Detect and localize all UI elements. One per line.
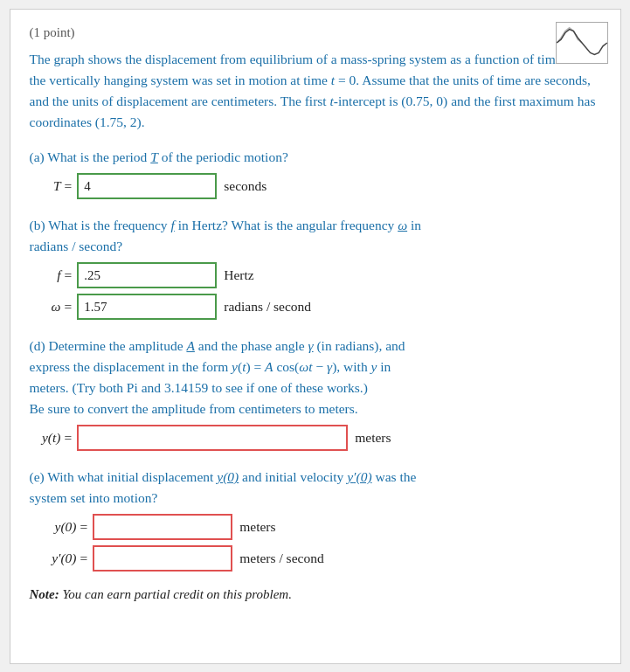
partial-credit-note: Note: You can earn partial credit on thi… [30, 587, 601, 602]
problem-card: (1 point) The graph shows the displaceme… [10, 9, 621, 664]
section-b-equals-f: = [65, 267, 73, 283]
section-e-var-yprime0: y′(0) [30, 551, 77, 566]
problem-description: The graph shows the displacement from eq… [30, 49, 601, 133]
section-a-var: T [30, 178, 61, 194]
with-word: with [343, 359, 368, 374]
section-b: (b) What is the frequency f in Hertz? Wh… [30, 215, 601, 320]
section-b-input-omega[interactable] [77, 294, 217, 320]
section-e-input-y0[interactable] [93, 514, 232, 540]
section-e-unit-y0: meters [239, 519, 275, 535]
section-b-equals-omega: = [65, 299, 73, 315]
section-e-var-y0: y(0) [30, 519, 77, 535]
section-a-input[interactable] [77, 173, 217, 199]
section-a-question: (a) What is the period T of the periodic… [30, 147, 601, 168]
section-b-unit-f: Hertz [224, 267, 253, 283]
section-b-unit-omega: radians / second [224, 299, 311, 315]
section-b-var-omega: ω [30, 299, 61, 315]
section-a-equals: = [65, 178, 73, 194]
section-a: (a) What is the period T of the periodic… [30, 147, 601, 199]
section-e: (e) With what initial displacement y(0) … [30, 467, 601, 572]
section-d-unit: meters [355, 430, 391, 446]
section-e-unit-yprime0: meters / second [239, 551, 323, 566]
section-d-input[interactable] [77, 425, 348, 451]
section-b-row-omega: ω = radians / second [30, 294, 601, 320]
section-b-var-f: f [30, 267, 61, 283]
wave-graph-thumbnail [556, 22, 608, 64]
points-label: (1 point) [30, 25, 601, 40]
section-e-input-yprime0[interactable] [93, 545, 232, 572]
section-d-answer-row: y(t) = meters [30, 425, 601, 451]
section-a-unit: seconds [224, 178, 267, 194]
section-e-question: (e) With what initial displacement y(0) … [30, 467, 601, 509]
section-a-answer-row: T = seconds [30, 173, 601, 199]
section-b-question: (b) What is the frequency f in Hertz? Wh… [30, 215, 601, 257]
section-d-var: y(t) [30, 430, 61, 446]
section-b-row-f: f = Hertz [30, 262, 601, 288]
section-e-equals-y0: = [80, 519, 88, 535]
section-d: (d) Determine the amplitude A and the ph… [30, 336, 601, 451]
section-d-question: (d) Determine the amplitude A and the ph… [30, 336, 601, 419]
section-e-equals-yprime0: = [80, 551, 88, 566]
section-e-row-yprime0: y′(0) = meters / second [30, 545, 601, 572]
section-d-equals: = [65, 430, 73, 446]
section-b-input-f[interactable] [77, 262, 217, 288]
section-e-row-y0: y(0) = meters [30, 514, 601, 540]
